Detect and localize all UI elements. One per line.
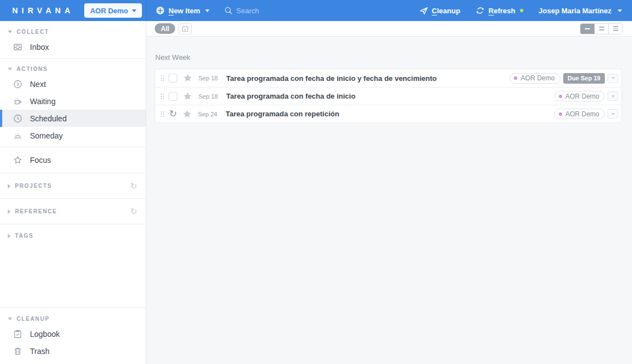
sidebar-item-waiting[interactable]: Waiting bbox=[0, 93, 146, 110]
task-start-date: Sep 18 bbox=[198, 93, 222, 100]
star-icon[interactable] bbox=[183, 92, 192, 101]
star-icon bbox=[13, 155, 23, 165]
user-menu[interactable]: Josep Maria Martínez bbox=[539, 7, 623, 15]
someday-icon bbox=[13, 131, 23, 141]
sidebar-cleanup-section: CLEANUP Logbook Trash bbox=[0, 307, 146, 364]
sidebar-item-scheduled[interactable]: Scheduled bbox=[0, 110, 146, 127]
task-title: Tarea programada con fecha de inicio y f… bbox=[226, 74, 505, 83]
drag-handle-icon[interactable] bbox=[160, 110, 164, 118]
cycle-icon: ↻ bbox=[130, 182, 138, 190]
waiting-icon bbox=[13, 96, 23, 106]
new-item-button[interactable]: New Item bbox=[156, 6, 210, 15]
chevron-down-icon bbox=[611, 77, 615, 79]
task-checkbox[interactable] bbox=[169, 92, 177, 101]
sidebar-item-focus[interactable]: Focus bbox=[0, 150, 146, 170]
triangle-down-icon bbox=[8, 30, 12, 33]
single-line-icon bbox=[585, 28, 590, 29]
chevron-down-icon bbox=[132, 9, 136, 12]
divider bbox=[0, 224, 146, 224]
send-icon bbox=[419, 6, 428, 15]
search-input[interactable] bbox=[236, 7, 358, 15]
view-compact-button[interactable] bbox=[580, 24, 594, 34]
section-collect[interactable]: COLLECT bbox=[0, 24, 146, 38]
drag-handle-icon[interactable] bbox=[160, 74, 164, 82]
sidebar-item-next[interactable]: Next bbox=[0, 75, 146, 93]
sidebar-item-someday[interactable]: Someday bbox=[0, 127, 146, 144]
next-icon bbox=[13, 79, 23, 89]
section-actions[interactable]: ACTIONS bbox=[0, 61, 146, 75]
top-bar: NIRVANA AOR Demo New Item bbox=[0, 0, 632, 21]
sidebar-section-reference[interactable]: REFERENCE ↻ bbox=[0, 202, 146, 221]
app-logo: NIRVANA bbox=[12, 6, 74, 15]
section-cleanup[interactable]: CLEANUP bbox=[0, 311, 146, 325]
divider bbox=[0, 147, 146, 147]
filter-all-button[interactable]: All bbox=[155, 23, 175, 34]
inbox-icon bbox=[13, 42, 23, 52]
tag-dot-icon bbox=[514, 76, 517, 80]
divider bbox=[0, 198, 146, 199]
triangle-right-icon bbox=[8, 184, 11, 188]
sidebar-item-label: Waiting bbox=[30, 97, 55, 106]
plus-circle-icon bbox=[156, 6, 165, 15]
due-badge: Due Sep 19 bbox=[563, 73, 605, 84]
task-menu-button[interactable] bbox=[608, 74, 618, 83]
tag-pill[interactable]: AOR Demo bbox=[554, 109, 605, 119]
topbar-left: NIRVANA AOR Demo bbox=[0, 3, 146, 18]
sidebar-item-label: Logbook bbox=[30, 330, 60, 339]
sidebar-item-trash[interactable]: Trash bbox=[0, 342, 146, 360]
triangle-right-icon bbox=[8, 234, 11, 238]
sidebar-item-logbook[interactable]: Logbook bbox=[0, 325, 146, 342]
filter-bar: All bbox=[146, 21, 632, 37]
calendar-filter-button[interactable] bbox=[179, 23, 192, 34]
logbook-icon bbox=[13, 329, 23, 339]
task-start-date: Sep 18 bbox=[198, 75, 222, 81]
main-area: All Next Week Sep 18 Tarea programada co bbox=[146, 21, 632, 364]
topbar-right: Cleanup Refresh Josep Maria Martínez bbox=[419, 6, 622, 15]
triangle-down-icon bbox=[8, 317, 12, 320]
task-menu-button[interactable] bbox=[608, 109, 618, 119]
view-toggle-group bbox=[580, 23, 623, 34]
three-lines-icon bbox=[613, 26, 618, 31]
task-list-content: Next Week Sep 18 Tarea programada con fe… bbox=[146, 37, 632, 123]
tag-dot-icon bbox=[559, 95, 562, 98]
task-row[interactable]: Sep 18 Tarea programada con fecha de ini… bbox=[155, 69, 621, 87]
task-row[interactable]: ↻ Sep 24 Tarea programada con repetición… bbox=[155, 105, 621, 122]
task-title: Tarea programada con repetición bbox=[226, 110, 550, 118]
user-name: Josep Maria Martínez bbox=[539, 7, 612, 15]
chevron-down-icon bbox=[611, 113, 615, 115]
sidebar-item-label: Next bbox=[30, 80, 46, 89]
sidebar-section-projects[interactable]: PROJECTS ↻ bbox=[0, 176, 146, 196]
trash-icon bbox=[13, 346, 23, 356]
task-title: Tarea programada con fecha de inicio bbox=[226, 92, 550, 100]
sidebar-item-label: Focus bbox=[30, 156, 51, 165]
star-icon[interactable] bbox=[182, 110, 192, 119]
task-card: Sep 18 Tarea programada con fecha de ini… bbox=[155, 69, 622, 123]
workspace-label: AOR Demo bbox=[90, 7, 128, 15]
task-menu-button[interactable] bbox=[608, 91, 618, 101]
scheduled-icon bbox=[13, 114, 23, 124]
sidebar-section-tags[interactable]: TAGS bbox=[0, 227, 146, 244]
sidebar-item-label: Inbox bbox=[30, 43, 49, 52]
cycle-icon: ↻ bbox=[130, 207, 138, 216]
view-normal-button[interactable] bbox=[594, 24, 608, 34]
refresh-icon bbox=[476, 6, 485, 15]
task-row[interactable]: Sep 18 Tarea programada con fecha de ini… bbox=[155, 87, 621, 105]
workspace-selector[interactable]: AOR Demo bbox=[84, 3, 142, 18]
divider bbox=[0, 173, 146, 173]
refresh-button[interactable]: Refresh bbox=[476, 6, 515, 15]
tag-pill[interactable]: AOR Demo bbox=[509, 73, 560, 84]
chevron-down-icon bbox=[618, 9, 622, 12]
chevron-down-icon bbox=[205, 9, 210, 12]
tag-pill[interactable]: AOR Demo bbox=[554, 91, 605, 101]
drag-handle-icon[interactable] bbox=[160, 93, 164, 100]
repeat-icon: ↻ bbox=[168, 109, 178, 119]
cleanup-button[interactable]: Cleanup bbox=[419, 6, 460, 15]
sync-status-dot bbox=[520, 9, 523, 12]
group-header: Next Week bbox=[155, 53, 622, 61]
sidebar-item-inbox[interactable]: Inbox bbox=[0, 38, 146, 55]
star-icon[interactable] bbox=[183, 74, 192, 83]
view-extended-button[interactable] bbox=[608, 24, 622, 34]
search-area bbox=[224, 6, 419, 15]
task-checkbox[interactable] bbox=[169, 74, 177, 83]
sidebar-item-label: Trash bbox=[30, 347, 49, 356]
